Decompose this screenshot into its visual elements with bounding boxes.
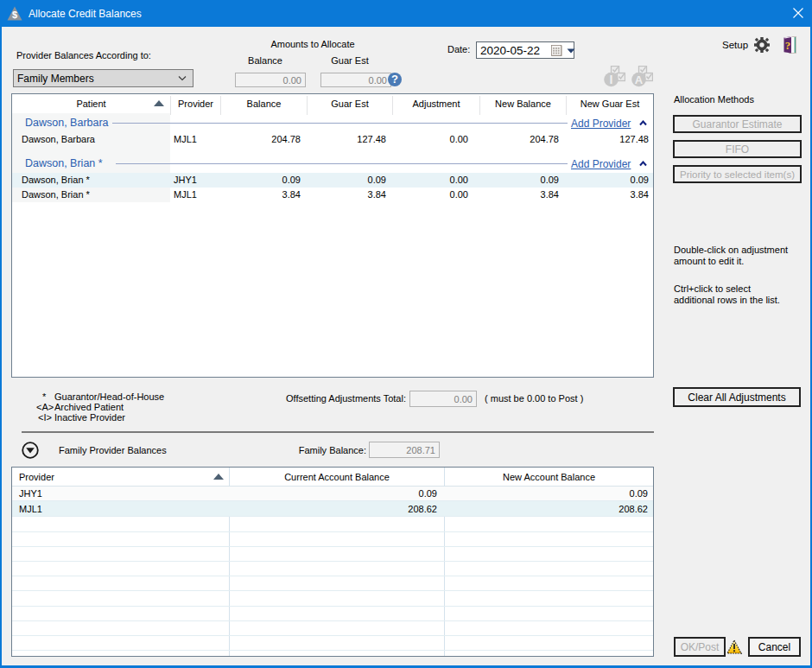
svg-text:?: ?: [785, 39, 791, 52]
svg-text:A: A: [635, 73, 644, 86]
svg-text:I: I: [610, 73, 613, 86]
svg-text:$: $: [12, 10, 17, 20]
